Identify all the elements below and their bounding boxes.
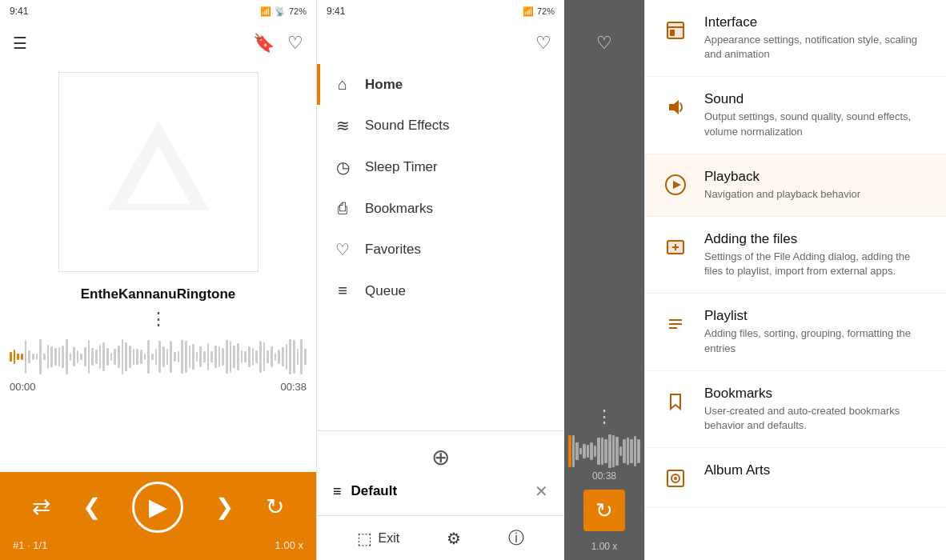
wifi-icon: 📶 xyxy=(260,6,271,17)
playback-settings-desc: Navigation and playback behavior xyxy=(704,187,930,202)
waveform-bar xyxy=(114,349,116,365)
waveform-bar xyxy=(218,346,221,368)
overlay-status xyxy=(564,0,644,22)
waveform-bar xyxy=(241,350,243,363)
overlay-dots-icon[interactable]: ⋮ xyxy=(595,406,613,427)
signal-icon: 📡 xyxy=(275,6,286,17)
waveform-bar xyxy=(10,352,12,362)
playlist-item: ≡ Default ✕ xyxy=(333,474,548,509)
bookmarks-settings-icon xyxy=(661,387,690,416)
waveform-bar xyxy=(47,345,50,370)
waveform-bar xyxy=(36,354,38,360)
time-row: 00:00 00:38 xyxy=(0,381,316,393)
repeat-icon[interactable]: ↻ xyxy=(266,494,284,520)
waveform-bar xyxy=(196,352,198,362)
wifi-icon-menu: 📶 xyxy=(523,6,534,17)
settings-item-interface[interactable]: Interface Appearance settings, notificat… xyxy=(645,0,946,77)
svg-rect-5 xyxy=(670,30,675,36)
overlay-header: ♡ xyxy=(564,22,644,64)
adding-files-settings-desc: Settings of the File Adding dialog, addi… xyxy=(704,250,930,278)
exit-button[interactable]: ⬚ Exit xyxy=(357,529,400,548)
waveform-bar xyxy=(144,354,146,360)
waveform-bar xyxy=(575,442,579,459)
info-icon: ⓘ xyxy=(508,527,524,549)
waveform-bar xyxy=(77,350,79,364)
track-info: #1 · 1/1 xyxy=(13,539,47,551)
settings-item-sound[interactable]: Sound Output settings, sound quality, so… xyxy=(645,77,946,154)
waveform-bar xyxy=(28,350,30,363)
waveform-bar xyxy=(118,346,120,369)
waveform-bar xyxy=(601,438,604,465)
waveform-bar xyxy=(271,346,273,367)
menu-item-queue[interactable]: ≡ Queue xyxy=(317,270,564,311)
menu-item-sound-effects[interactable]: ≋ Sound Effects xyxy=(317,105,564,146)
waveform-bar xyxy=(147,340,150,374)
waveform-bar xyxy=(54,348,57,366)
svg-point-18 xyxy=(674,477,677,480)
settings-item-playback[interactable]: Playback Navigation and playback behavio… xyxy=(645,154,946,217)
menu-panel: 9:41 📶 72% ♡ ⌂ Home ≋ Sound Effects ◷ Sl… xyxy=(316,0,564,560)
player-header: ☰ 🔖 ♡ xyxy=(0,22,316,64)
waveform-bar xyxy=(70,353,72,360)
waveform-bar xyxy=(293,340,295,373)
waveform-bar xyxy=(203,351,206,362)
menu-icon[interactable]: ☰ xyxy=(13,34,27,53)
waveform-bar xyxy=(304,349,307,364)
adding-files-settings-icon xyxy=(661,233,690,262)
playlist-settings-text: Playlist Adding files, sorting, grouping… xyxy=(704,308,930,355)
waveform-bar xyxy=(170,341,172,374)
waveform-container[interactable] xyxy=(0,333,316,381)
battery-player: 72% xyxy=(289,6,307,16)
bookmark-icon[interactable]: 🔖 xyxy=(253,33,275,54)
settings-button[interactable]: ⚙ xyxy=(447,529,461,548)
menu-item-sleep-timer[interactable]: ◷ Sleep Timer xyxy=(317,146,564,188)
album-art-container xyxy=(0,64,316,280)
prev-icon[interactable]: ❮ xyxy=(82,494,101,520)
sleep-timer-menu-label: Sleep Timer xyxy=(365,159,438,175)
waveform-bar xyxy=(181,340,183,374)
waveform-bar xyxy=(185,341,187,372)
interface-settings-desc: Appearance settings, notification style,… xyxy=(704,33,930,62)
waveform-bar xyxy=(263,342,266,372)
bookmarks-settings-title: Bookmarks xyxy=(704,386,930,402)
next-icon[interactable]: ❯ xyxy=(215,494,234,520)
waveform-bar xyxy=(286,344,288,370)
shuffle-icon[interactable]: ⇄ xyxy=(32,494,50,520)
playlist-section: ⊕ ≡ Default ✕ xyxy=(317,434,564,515)
overlay-repeat-icon[interactable]: ↻ xyxy=(583,490,625,531)
playlist-close-icon[interactable]: ✕ xyxy=(535,482,548,501)
speed-display: 1.00 x xyxy=(275,539,303,551)
heart-icon[interactable]: ♡ xyxy=(287,33,303,54)
info-button[interactable]: ⓘ xyxy=(508,527,524,549)
waveform-bar xyxy=(178,351,180,362)
play-button[interactable]: ▶ xyxy=(132,482,183,533)
menu-heart-icon[interactable]: ♡ xyxy=(535,33,551,54)
overlay-heart-icon[interactable]: ♡ xyxy=(596,33,612,54)
waveform-bar xyxy=(43,354,46,361)
settings-item-playlist[interactable]: Playlist Adding files, sorting, grouping… xyxy=(645,294,946,370)
menu-item-bookmarks[interactable]: ⎙ Bookmarks xyxy=(317,188,564,229)
add-playlist-button[interactable]: ⊕ xyxy=(333,441,548,474)
play-icon: ▶ xyxy=(149,493,167,521)
interface-settings-text: Interface Appearance settings, notificat… xyxy=(704,14,930,62)
waveform-bar xyxy=(91,348,94,366)
settings-item-album-arts[interactable]: Album Arts xyxy=(645,448,946,508)
overlay-speed: 1.00 x xyxy=(591,541,618,552)
home-menu-icon: ⌂ xyxy=(333,75,352,94)
menu-divider xyxy=(317,430,564,431)
sound-effects-menu-label: Sound Effects xyxy=(365,118,450,134)
settings-item-bookmarks[interactable]: Bookmarks User-created and auto-created … xyxy=(645,371,946,448)
waveform-bar xyxy=(39,339,42,374)
waveform-bar xyxy=(50,346,53,367)
waveform-bar xyxy=(627,438,630,465)
sound-settings-icon xyxy=(661,93,690,122)
waveform-bar xyxy=(297,349,299,365)
status-time-player: 9:41 xyxy=(10,6,28,17)
svg-marker-6 xyxy=(669,100,679,114)
menu-item-home[interactable]: ⌂ Home xyxy=(317,64,564,105)
waveform-bar xyxy=(572,435,575,467)
waveform-bar xyxy=(282,347,284,366)
settings-item-adding-files[interactable]: Adding the files Settings of the File Ad… xyxy=(645,217,946,294)
more-options-icon[interactable]: ⋮ xyxy=(0,306,316,333)
menu-item-favorites[interactable]: ♡ Favorites xyxy=(317,229,564,270)
